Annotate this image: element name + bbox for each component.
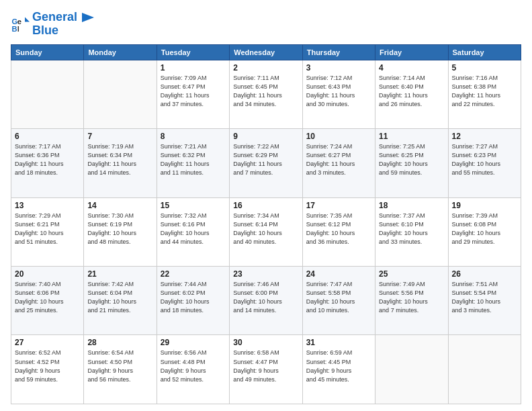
day-number: 13: [15, 201, 80, 210]
day-number: 30: [233, 338, 298, 347]
calendar-cell: 16Sunrise: 7:34 AM Sunset: 6:14 PM Dayli…: [230, 197, 302, 266]
calendar-cell: 9Sunrise: 7:22 AM Sunset: 6:29 PM Daylig…: [230, 129, 302, 197]
calendar-week-3: 13Sunrise: 7:29 AM Sunset: 6:21 PM Dayli…: [11, 197, 521, 266]
calendar-cell: 21Sunrise: 7:42 AM Sunset: 6:04 PM Dayli…: [84, 267, 157, 335]
calendar-cell: 30Sunrise: 6:58 AM Sunset: 4:47 PM Dayli…: [230, 335, 302, 404]
cell-text: Sunrise: 7:16 AM Sunset: 6:38 PM Dayligh…: [452, 74, 517, 109]
calendar-cell: 2Sunrise: 7:11 AM Sunset: 6:45 PM Daylig…: [230, 60, 302, 128]
day-number: 25: [379, 269, 444, 279]
calendar-table: SundayMondayTuesdayWednesdayThursdayFrid…: [11, 44, 521, 404]
cell-text: Sunrise: 7:34 AM Sunset: 6:14 PM Dayligh…: [233, 212, 298, 246]
day-number: 17: [306, 201, 371, 210]
logo-arrow: [82, 13, 94, 22]
cell-text: Sunrise: 7:30 AM Sunset: 6:19 PM Dayligh…: [87, 212, 152, 246]
day-number: 22: [161, 269, 226, 279]
calendar-header-sunday: Sunday: [11, 44, 84, 60]
cell-text: Sunrise: 7:21 AM Sunset: 6:32 PM Dayligh…: [161, 142, 226, 177]
calendar-header-monday: Monday: [84, 44, 157, 60]
cell-text: Sunrise: 7:35 AM Sunset: 6:12 PM Dayligh…: [306, 212, 371, 246]
header: G e B l General Blue: [11, 11, 521, 38]
calendar-cell: 12Sunrise: 7:27 AM Sunset: 6:23 PM Dayli…: [448, 129, 521, 197]
cell-text: Sunrise: 6:56 AM Sunset: 4:48 PM Dayligh…: [161, 349, 226, 383]
calendar-cell: 18Sunrise: 7:37 AM Sunset: 6:10 PM Dayli…: [375, 197, 448, 266]
day-number: 15: [161, 201, 226, 210]
day-number: 24: [306, 269, 371, 279]
calendar-cell: 4Sunrise: 7:14 AM Sunset: 6:40 PM Daylig…: [375, 60, 448, 128]
calendar-cell: 25Sunrise: 7:49 AM Sunset: 5:56 PM Dayli…: [375, 267, 448, 335]
cell-text: Sunrise: 7:17 AM Sunset: 6:36 PM Dayligh…: [15, 142, 80, 177]
cell-text: Sunrise: 7:32 AM Sunset: 6:16 PM Dayligh…: [161, 212, 226, 246]
cell-text: Sunrise: 7:49 AM Sunset: 5:56 PM Dayligh…: [379, 280, 444, 315]
calendar-cell: 22Sunrise: 7:44 AM Sunset: 6:02 PM Dayli…: [157, 267, 229, 335]
cell-text: Sunrise: 6:59 AM Sunset: 4:45 PM Dayligh…: [306, 349, 371, 383]
calendar-week-4: 20Sunrise: 7:40 AM Sunset: 6:06 PM Dayli…: [11, 267, 521, 335]
day-number: 31: [306, 338, 371, 347]
calendar-cell: 31Sunrise: 6:59 AM Sunset: 4:45 PM Dayli…: [302, 335, 375, 404]
cell-text: Sunrise: 7:14 AM Sunset: 6:40 PM Dayligh…: [379, 74, 444, 109]
logo-line1: General: [32, 11, 94, 24]
calendar-header-friday: Friday: [375, 44, 448, 60]
day-number: 19: [452, 201, 517, 210]
calendar-cell: 24Sunrise: 7:47 AM Sunset: 5:58 PM Dayli…: [302, 267, 375, 335]
calendar-header-thursday: Thursday: [302, 44, 375, 60]
cell-text: Sunrise: 6:52 AM Sunset: 4:52 PM Dayligh…: [15, 349, 80, 383]
calendar-cell: 26Sunrise: 7:51 AM Sunset: 5:54 PM Dayli…: [448, 267, 521, 335]
calendar-cell: 1Sunrise: 7:09 AM Sunset: 6:47 PM Daylig…: [157, 60, 229, 128]
calendar-cell: 23Sunrise: 7:46 AM Sunset: 6:00 PM Dayli…: [230, 267, 302, 335]
cell-text: Sunrise: 7:22 AM Sunset: 6:29 PM Dayligh…: [233, 142, 298, 177]
calendar-week-5: 27Sunrise: 6:52 AM Sunset: 4:52 PM Dayli…: [11, 335, 521, 404]
day-number: 21: [87, 269, 152, 279]
cell-text: Sunrise: 7:12 AM Sunset: 6:43 PM Dayligh…: [306, 74, 371, 109]
calendar-header-tuesday: Tuesday: [157, 44, 229, 60]
day-number: 12: [452, 132, 517, 141]
day-number: 2: [233, 63, 298, 73]
day-number: 20: [15, 269, 80, 279]
cell-text: Sunrise: 7:44 AM Sunset: 6:02 PM Dayligh…: [161, 280, 226, 315]
calendar-cell: 11Sunrise: 7:25 AM Sunset: 6:25 PM Dayli…: [375, 129, 448, 197]
cell-text: Sunrise: 7:11 AM Sunset: 6:45 PM Dayligh…: [233, 74, 298, 109]
svg-marker-2: [25, 17, 30, 21]
calendar-cell: 8Sunrise: 7:21 AM Sunset: 6:32 PM Daylig…: [157, 129, 229, 197]
calendar-week-1: 1Sunrise: 7:09 AM Sunset: 6:47 PM Daylig…: [11, 60, 521, 128]
calendar-cell: 20Sunrise: 7:40 AM Sunset: 6:06 PM Dayli…: [11, 267, 84, 335]
cell-text: Sunrise: 6:54 AM Sunset: 4:50 PM Dayligh…: [87, 349, 152, 383]
logo-icon: G e B l: [11, 15, 30, 34]
svg-marker-5: [82, 13, 94, 22]
calendar-cell: 3Sunrise: 7:12 AM Sunset: 6:43 PM Daylig…: [302, 60, 375, 128]
calendar-cell: [11, 60, 84, 128]
cell-text: Sunrise: 7:39 AM Sunset: 6:08 PM Dayligh…: [452, 212, 517, 246]
day-number: 29: [161, 338, 226, 347]
calendar-cell: 13Sunrise: 7:29 AM Sunset: 6:21 PM Dayli…: [11, 197, 84, 266]
svg-text:e: e: [17, 17, 21, 26]
day-number: 7: [87, 132, 152, 141]
calendar-cell: 27Sunrise: 6:52 AM Sunset: 4:52 PM Dayli…: [11, 335, 84, 404]
calendar-cell: 15Sunrise: 7:32 AM Sunset: 6:16 PM Dayli…: [157, 197, 229, 266]
cell-text: Sunrise: 7:19 AM Sunset: 6:34 PM Dayligh…: [87, 142, 152, 177]
svg-text:B: B: [11, 25, 17, 33]
day-number: 5: [452, 63, 517, 73]
calendar-cell: 7Sunrise: 7:19 AM Sunset: 6:34 PM Daylig…: [84, 129, 157, 197]
svg-text:l: l: [17, 25, 19, 33]
day-number: 6: [15, 132, 80, 141]
calendar-cell: 6Sunrise: 7:17 AM Sunset: 6:36 PM Daylig…: [11, 129, 84, 197]
day-number: 18: [379, 201, 444, 210]
cell-text: Sunrise: 7:27 AM Sunset: 6:23 PM Dayligh…: [452, 142, 517, 177]
calendar-header-saturday: Saturday: [448, 44, 521, 60]
logo-line2: Blue: [32, 24, 94, 38]
page: G e B l General Blue: [0, 0, 532, 411]
cell-text: Sunrise: 6:58 AM Sunset: 4:47 PM Dayligh…: [233, 349, 298, 383]
cell-text: Sunrise: 7:46 AM Sunset: 6:00 PM Dayligh…: [233, 280, 298, 315]
calendar-cell: 28Sunrise: 6:54 AM Sunset: 4:50 PM Dayli…: [84, 335, 157, 404]
day-number: 16: [233, 201, 298, 210]
calendar-header-wednesday: Wednesday: [230, 44, 302, 60]
day-number: 9: [233, 132, 298, 141]
calendar-cell: 14Sunrise: 7:30 AM Sunset: 6:19 PM Dayli…: [84, 197, 157, 266]
cell-text: Sunrise: 7:09 AM Sunset: 6:47 PM Dayligh…: [161, 74, 226, 109]
cell-text: Sunrise: 7:51 AM Sunset: 5:54 PM Dayligh…: [452, 280, 517, 315]
calendar-cell: [84, 60, 157, 128]
calendar-cell: 5Sunrise: 7:16 AM Sunset: 6:38 PM Daylig…: [448, 60, 521, 128]
logo: G e B l General Blue: [11, 11, 94, 38]
calendar-header-row: SundayMondayTuesdayWednesdayThursdayFrid…: [11, 44, 521, 60]
day-number: 27: [15, 338, 80, 347]
cell-text: Sunrise: 7:25 AM Sunset: 6:25 PM Dayligh…: [379, 142, 444, 177]
